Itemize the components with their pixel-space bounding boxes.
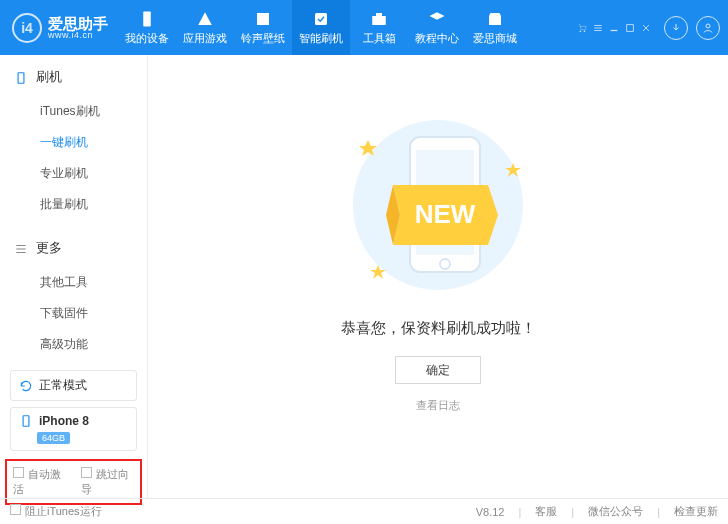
svg-point-9 bbox=[706, 24, 710, 28]
maximize-icon[interactable] bbox=[624, 22, 636, 34]
sidebar-item-pro-flash[interactable]: 专业刷机 bbox=[0, 158, 147, 189]
nav-flash[interactable]: 智能刷机 bbox=[292, 0, 350, 55]
nav-toolbox[interactable]: 工具箱 bbox=[350, 0, 408, 55]
refresh-icon bbox=[19, 379, 33, 393]
device-box[interactable]: iPhone 8 64GB bbox=[10, 407, 137, 451]
sidebar-section-title: 更多 bbox=[36, 240, 62, 257]
svg-rect-5 bbox=[489, 16, 501, 25]
brand-title: 爱思助手 bbox=[48, 16, 108, 31]
menu-icon[interactable] bbox=[592, 22, 604, 34]
logo-icon: i4 bbox=[12, 13, 42, 43]
svg-rect-2 bbox=[315, 13, 327, 25]
success-message: 恭喜您，保资料刷机成功啦！ bbox=[341, 319, 536, 338]
flash-icon bbox=[310, 10, 332, 28]
wallpaper-icon bbox=[252, 10, 274, 28]
svg-point-6 bbox=[580, 30, 582, 32]
banner-text: NEW bbox=[415, 199, 476, 229]
nav-label: 铃声壁纸 bbox=[241, 31, 285, 46]
nav-label: 教程中心 bbox=[415, 31, 459, 46]
footer-support-link[interactable]: 客服 bbox=[535, 504, 557, 519]
header: i4 爱思助手 www.i4.cn 我的设备 应用游戏 铃声壁纸 智能刷机 工具… bbox=[0, 0, 728, 55]
device-name: iPhone 8 bbox=[39, 414, 89, 428]
nav-store[interactable]: 爱思商城 bbox=[466, 0, 524, 55]
sidebar-more-header[interactable]: 更多 bbox=[0, 234, 147, 263]
status-mode-label: 正常模式 bbox=[39, 377, 87, 394]
footer-check-update-link[interactable]: 检查更新 bbox=[674, 504, 718, 519]
store-icon bbox=[484, 10, 506, 28]
svg-rect-10 bbox=[18, 72, 24, 83]
brand-subtitle: www.i4.cn bbox=[48, 31, 108, 40]
menu-icon bbox=[14, 242, 28, 256]
body: 刷机 iTunes刷机 一键刷机 专业刷机 批量刷机 更多 其他工具 下载固件 … bbox=[0, 55, 728, 498]
sidebar-section-title: 刷机 bbox=[36, 69, 62, 86]
view-log-link[interactable]: 查看日志 bbox=[416, 398, 460, 413]
sidebar-item-download-firmware[interactable]: 下载固件 bbox=[0, 298, 147, 329]
device-icon bbox=[136, 10, 158, 28]
phone-icon bbox=[19, 414, 33, 428]
nav-label: 应用游戏 bbox=[183, 31, 227, 46]
sidebar-item-itunes-flash[interactable]: iTunes刷机 bbox=[0, 96, 147, 127]
ok-button[interactable]: 确定 bbox=[395, 356, 481, 384]
minimize-icon[interactable] bbox=[608, 22, 620, 34]
svg-rect-4 bbox=[376, 13, 382, 16]
sidebar-item-advanced[interactable]: 高级功能 bbox=[0, 329, 147, 360]
svg-rect-8 bbox=[627, 24, 634, 31]
storage-badge: 64GB bbox=[37, 432, 70, 444]
user-button[interactable] bbox=[696, 16, 720, 40]
cart-icon[interactable] bbox=[576, 22, 588, 34]
nav-label: 我的设备 bbox=[125, 31, 169, 46]
header-right bbox=[576, 16, 720, 40]
apps-icon bbox=[194, 10, 216, 28]
footer: 阻止iTunes运行 V8.12 | 客服 | 微信公众号 | 检查更新 bbox=[0, 498, 728, 524]
nav-label: 智能刷机 bbox=[299, 31, 343, 46]
svg-rect-1 bbox=[257, 13, 269, 25]
sidebar-item-oneclick-flash[interactable]: 一键刷机 bbox=[0, 127, 147, 158]
download-button[interactable] bbox=[664, 16, 688, 40]
main-content: NEW 恭喜您，保资料刷机成功啦！ 确定 查看日志 bbox=[148, 55, 728, 498]
sidebar-item-other-tools[interactable]: 其他工具 bbox=[0, 267, 147, 298]
svg-point-7 bbox=[584, 30, 586, 32]
nav-apps[interactable]: 应用游戏 bbox=[176, 0, 234, 55]
nav-label: 工具箱 bbox=[363, 31, 396, 46]
checkbox-label: 阻止iTunes运行 bbox=[25, 505, 102, 517]
footer-wechat-link[interactable]: 微信公众号 bbox=[588, 504, 643, 519]
nav-label: 爱思商城 bbox=[473, 31, 517, 46]
block-itunes-checkbox[interactable]: 阻止iTunes运行 bbox=[10, 504, 102, 519]
success-illustration: NEW bbox=[338, 115, 538, 295]
version-label: V8.12 bbox=[476, 506, 505, 518]
nav-tutorials[interactable]: 教程中心 bbox=[408, 0, 466, 55]
auto-activate-checkbox[interactable]: 自动激活 bbox=[13, 467, 67, 497]
phone-icon bbox=[14, 71, 28, 85]
toolbox-icon bbox=[368, 10, 390, 28]
svg-rect-0 bbox=[143, 11, 151, 26]
top-nav: 我的设备 应用游戏 铃声壁纸 智能刷机 工具箱 教程中心 爱思商城 bbox=[118, 0, 576, 55]
tutorial-icon bbox=[426, 10, 448, 28]
status-mode-box[interactable]: 正常模式 bbox=[10, 370, 137, 401]
svg-rect-11 bbox=[23, 416, 29, 427]
svg-rect-3 bbox=[372, 16, 386, 25]
nav-ringtones[interactable]: 铃声壁纸 bbox=[234, 0, 292, 55]
sidebar-item-batch-flash[interactable]: 批量刷机 bbox=[0, 189, 147, 220]
skip-wizard-checkbox[interactable]: 跳过向导 bbox=[81, 467, 135, 497]
sidebar-flash-header[interactable]: 刷机 bbox=[0, 63, 147, 92]
sidebar: 刷机 iTunes刷机 一键刷机 专业刷机 批量刷机 更多 其他工具 下载固件 … bbox=[0, 55, 148, 498]
close-icon[interactable] bbox=[640, 22, 652, 34]
logo-block: i4 爱思助手 www.i4.cn bbox=[12, 13, 108, 43]
nav-my-devices[interactable]: 我的设备 bbox=[118, 0, 176, 55]
